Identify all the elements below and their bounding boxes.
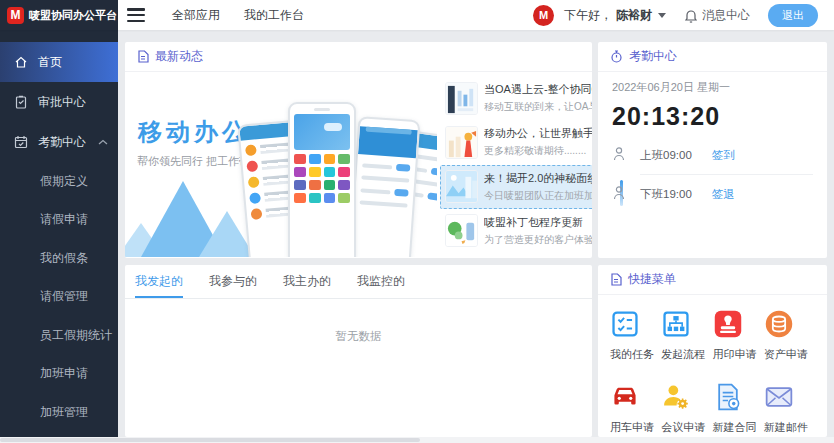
subitem-label: 加班申请 bbox=[40, 365, 88, 382]
quick-item-label: 我的任务 bbox=[610, 347, 654, 362]
panel-title: 最新动态 bbox=[155, 48, 203, 65]
phone-mockup bbox=[347, 116, 420, 257]
subitem-label: 请假管理 bbox=[40, 288, 88, 305]
sidebar-subitem-holiday-definition[interactable]: 假期定义 bbox=[0, 162, 118, 201]
tasks-icon bbox=[610, 309, 640, 339]
hamburger-menu-icon[interactable] bbox=[127, 8, 145, 22]
stamp-icon bbox=[713, 309, 743, 339]
empty-state-text: 暂无数据 bbox=[125, 329, 592, 344]
flow-icon bbox=[661, 309, 691, 339]
top-header: M 唛盟协同办公平台 全部应用 我的工作台 M 下午好，陈裕财 消息中心 退出 bbox=[0, 0, 834, 30]
news-item[interactable]: 唛盟补丁包程序更新为了营造更好的客户体验，唛 bbox=[440, 209, 592, 253]
news-item-highlighted[interactable]: 来！揭开2.0的神秘面纱-今日唛盟团队正在加班加点, bbox=[440, 165, 592, 209]
sidebar-item-label: 审批中心 bbox=[38, 94, 86, 111]
quick-item-start-flow[interactable]: 发起流程 bbox=[661, 309, 712, 362]
quick-menu-grid: 我的任务 发起流程 用印申请 资产申请 用车申请 会议申请 bbox=[598, 295, 827, 435]
banner-headline: 移动办公 bbox=[138, 116, 250, 148]
news-subtitle: 今日唛盟团队正在加班加点, bbox=[484, 189, 592, 203]
latest-news-panel: 最新动态 移动办公 帮你领先同行 把工作带出办公室 bbox=[125, 42, 592, 258]
news-title: 来！揭开2.0的神秘面纱- bbox=[484, 171, 592, 186]
quick-item-meeting-request[interactable]: 会议申请 bbox=[661, 382, 712, 435]
quick-item-new-mail[interactable]: 新建邮件 bbox=[764, 382, 815, 435]
checkout-row: 下班19:00 签退 bbox=[612, 182, 813, 206]
home-icon bbox=[14, 55, 28, 69]
news-item[interactable]: 移动办公，让世界触手可更多精彩敬请期待........ bbox=[440, 120, 592, 164]
user-greeting[interactable]: 下午好，陈裕财 bbox=[564, 7, 666, 24]
news-thumbnail bbox=[445, 126, 478, 159]
quick-menu-header: 快捷菜单 bbox=[598, 265, 827, 295]
news-subtitle: 更多精彩敬请期待........ bbox=[484, 144, 592, 158]
checkin-label: 上班09:00 bbox=[640, 148, 692, 163]
user-name: 陈裕财 bbox=[616, 7, 652, 24]
tab-initiated-by-me[interactable]: 我发起的 bbox=[135, 265, 183, 298]
attendance-header: 考勤中心 bbox=[598, 42, 827, 72]
car-icon bbox=[610, 382, 640, 412]
logout-button[interactable]: 退出 bbox=[768, 4, 818, 27]
news-title: 唛盟补丁包程序更新 bbox=[484, 215, 592, 230]
news-thumbnail bbox=[445, 214, 478, 247]
sidebar: 首页 审批中心 考勤中心 假期定义 请假申请 我的假条 请假管理 员工假期统计 … bbox=[0, 30, 118, 437]
attendance-date: 2022年06月20日 星期一 bbox=[612, 80, 813, 95]
quick-item-label: 新建合同 bbox=[713, 420, 757, 435]
news-thumbnail bbox=[445, 170, 478, 203]
sidebar-item-attendance-center[interactable]: 考勤中心 bbox=[0, 122, 118, 162]
news-body: 移动办公 帮你领先同行 把工作带出办公室 bbox=[125, 72, 592, 257]
tasks-tabs: 我发起的 我参与的 我主办的 我监控的 bbox=[125, 265, 592, 299]
news-item[interactable]: 当OA遇上云-整个协同OA移动互联的到来，让OA与云 bbox=[440, 76, 592, 120]
subitem-label: 请假申请 bbox=[40, 211, 88, 228]
sidebar-item-label: 首页 bbox=[38, 54, 62, 71]
sidebar-subitem-employee-holiday-stats[interactable]: 员工假期统计 bbox=[0, 316, 118, 355]
tab-hosted-by-me[interactable]: 我主办的 bbox=[283, 265, 331, 298]
app-root: M 唛盟协同办公平台 全部应用 我的工作台 M 下午好，陈裕财 消息中心 退出 … bbox=[0, 0, 834, 443]
sidebar-subitem-overtime-management[interactable]: 加班管理 bbox=[0, 393, 118, 432]
clipboard-icon bbox=[14, 95, 28, 109]
news-thumbnail bbox=[445, 82, 478, 115]
checkin-link[interactable]: 签到 bbox=[712, 148, 735, 163]
document-icon bbox=[610, 273, 622, 286]
quick-item-new-contract[interactable]: 新建合同 bbox=[713, 382, 764, 435]
horizontal-scrollbar bbox=[0, 437, 834, 443]
scrollbar-thumb[interactable] bbox=[0, 438, 420, 442]
quick-item-vehicle-request[interactable]: 用车申请 bbox=[610, 382, 661, 435]
quick-item-my-tasks[interactable]: 我的任务 bbox=[610, 309, 661, 362]
quick-item-seal-request[interactable]: 用印申请 bbox=[713, 309, 764, 362]
latest-news-header: 最新动态 bbox=[125, 42, 592, 72]
stopwatch-icon bbox=[610, 50, 623, 63]
news-subtitle: 为了营造更好的客户体验，唛 bbox=[484, 233, 592, 247]
checkout-link[interactable]: 签退 bbox=[712, 187, 735, 202]
assets-icon bbox=[764, 309, 794, 339]
user-avatar[interactable]: M bbox=[533, 5, 554, 26]
sidebar-item-approval-center[interactable]: 审批中心 bbox=[0, 82, 118, 122]
panel-title: 考勤中心 bbox=[629, 48, 677, 65]
nav-all-apps[interactable]: 全部应用 bbox=[172, 0, 220, 30]
attendance-panel: 考勤中心 2022年06月20日 星期一 20:13:20 上班09:00 签到… bbox=[598, 42, 827, 258]
sidebar-subitem-leave-management[interactable]: 请假管理 bbox=[0, 278, 118, 317]
tab-participated-by-me[interactable]: 我参与的 bbox=[209, 265, 257, 298]
attendance-body: 2022年06月20日 星期一 20:13:20 上班09:00 签到 下班19… bbox=[598, 72, 827, 206]
sidebar-item-home[interactable]: 首页 bbox=[0, 42, 118, 82]
tab-monitored-by-me[interactable]: 我监控的 bbox=[357, 265, 405, 298]
my-tasks-panel: 我发起的 我参与的 我主办的 我监控的 暂无数据 bbox=[125, 265, 592, 437]
news-banner-slide[interactable]: 移动办公 帮你领先同行 把工作带出办公室 bbox=[125, 72, 437, 257]
news-subtitle: 移动互联的到来，让OA与云 bbox=[484, 100, 592, 114]
message-center-label: 消息中心 bbox=[702, 7, 750, 24]
app-title: 唛盟协同办公平台 bbox=[29, 8, 117, 23]
quick-item-asset-request[interactable]: 资产申请 bbox=[764, 309, 815, 362]
sidebar-subitem-my-leave-slips[interactable]: 我的假条 bbox=[0, 239, 118, 278]
sidebar-subitem-overtime-request[interactable]: 加班申请 bbox=[0, 355, 118, 394]
news-title: 移动办公，让世界触手可 bbox=[484, 126, 592, 141]
mail-icon bbox=[764, 382, 794, 412]
top-nav: 全部应用 我的工作台 bbox=[172, 0, 304, 30]
nav-my-workbench[interactable]: 我的工作台 bbox=[244, 0, 304, 30]
brand: M 唛盟协同办公平台 bbox=[0, 0, 118, 30]
quick-item-label: 会议申请 bbox=[661, 420, 705, 435]
message-center[interactable]: 消息中心 bbox=[684, 7, 750, 24]
header-right: M 下午好，陈裕财 消息中心 退出 bbox=[533, 4, 834, 27]
chevron-down-icon bbox=[658, 13, 666, 18]
sidebar-subitem-leave-request[interactable]: 请假申请 bbox=[0, 201, 118, 240]
checkout-label: 下班19:00 bbox=[640, 187, 692, 202]
quick-item-label: 资产申请 bbox=[764, 347, 808, 362]
sidebar-item-label: 考勤中心 bbox=[38, 134, 86, 151]
checkin-row: 上班09:00 签到 bbox=[612, 143, 813, 167]
calendar-icon bbox=[14, 135, 28, 149]
